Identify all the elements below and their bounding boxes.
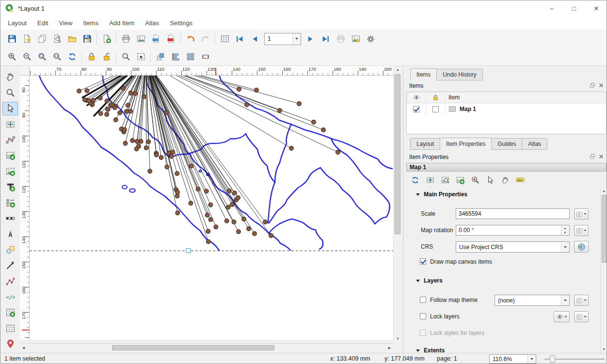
add-html-button[interactable] xyxy=(2,290,18,303)
align-items-button[interactable] xyxy=(168,50,183,64)
load-from-template-button[interactable] xyxy=(64,32,80,46)
last-feature-button[interactable] xyxy=(318,32,333,46)
zoom-actual-size-button[interactable] xyxy=(49,50,64,64)
menu-edit[interactable]: Edit xyxy=(32,17,53,29)
scroll-down-icon[interactable]: ▼ xyxy=(394,335,402,342)
section-layers[interactable]: Layers xyxy=(416,277,443,284)
export-atlas-button[interactable] xyxy=(348,32,363,46)
chevron-down-icon[interactable] xyxy=(561,242,569,252)
tab-items[interactable]: Items xyxy=(410,68,437,80)
horizontal-scrollbar[interactable]: ◀ ▶ xyxy=(20,343,393,351)
add-items-from-template-button[interactable] xyxy=(99,32,114,46)
properties-scrollbar[interactable]: ▲ ▼ xyxy=(600,187,607,353)
rotation-data-defined-button[interactable] xyxy=(574,225,589,236)
pan-tool-button[interactable] xyxy=(2,70,18,84)
maximize-button[interactable]: □ xyxy=(563,0,585,16)
print-atlas-button[interactable] xyxy=(333,32,348,46)
add-fixed-table-button[interactable] xyxy=(2,321,18,335)
lock-selected-items-button[interactable] xyxy=(84,50,99,64)
add-shape-button[interactable] xyxy=(2,243,18,256)
zoom-slider-handle[interactable] xyxy=(550,355,555,363)
duplicate-layout-button[interactable] xyxy=(34,32,49,46)
section-extents[interactable]: Extents xyxy=(416,347,445,353)
add-legend-button[interactable] xyxy=(2,196,18,209)
menu-layout[interactable]: Layout xyxy=(2,17,32,29)
select-all-items-button[interactable] xyxy=(133,50,148,64)
spin-up-icon[interactable]: ▲ xyxy=(561,226,569,230)
unlock-all-items-button[interactable] xyxy=(99,50,114,64)
items-list-row-map1[interactable]: Map 1 xyxy=(407,103,606,115)
chevron-down-icon[interactable] xyxy=(561,295,569,305)
scale-input[interactable]: 3465594 xyxy=(456,208,570,219)
redo-button[interactable] xyxy=(198,32,213,46)
map-theme-combo[interactable]: (none) xyxy=(495,295,570,306)
preview-atlas-button[interactable] xyxy=(217,32,232,46)
zoom-in-button[interactable] xyxy=(4,50,19,64)
section-main-properties[interactable]: Main Properties xyxy=(416,191,467,198)
zoom-to-map-extent-button[interactable] xyxy=(468,174,482,186)
vertical-scrollbar[interactable]: ▲ ▼ xyxy=(393,66,401,342)
export-image-button[interactable] xyxy=(133,32,148,46)
first-feature-button[interactable] xyxy=(232,32,247,46)
select-crs-button[interactable] xyxy=(574,241,589,253)
zoom-out-button[interactable] xyxy=(19,50,34,64)
previous-feature-button[interactable] xyxy=(247,32,262,46)
move-item-content-tool-button[interactable] xyxy=(2,117,18,131)
add-label-button[interactable] xyxy=(2,180,18,194)
scroll-left-icon[interactable]: ◀ xyxy=(20,344,27,351)
map1-lock-checkbox[interactable] xyxy=(432,106,439,112)
chevron-down-icon[interactable] xyxy=(292,33,301,45)
lock-layers-preview-button[interactable] xyxy=(554,311,570,322)
tab-atlas[interactable]: Atlas xyxy=(522,138,547,150)
undo-button[interactable] xyxy=(183,32,198,46)
atlas-settings-button[interactable] xyxy=(363,32,378,46)
chevron-down-icon[interactable] xyxy=(527,355,536,363)
scale-data-defined-button[interactable] xyxy=(574,208,589,220)
add-marker-button[interactable] xyxy=(2,337,18,351)
tab-guides[interactable]: Guides xyxy=(491,138,522,150)
select-move-item-tool-button[interactable] xyxy=(2,102,18,115)
add-attribute-table-button[interactable] xyxy=(2,306,18,319)
refresh-map-preview-button[interactable] xyxy=(408,174,422,186)
theme-data-defined-button[interactable] xyxy=(574,295,589,306)
tab-undo-history[interactable]: Undo History xyxy=(436,69,482,80)
items-panel-float-button[interactable] xyxy=(589,82,596,89)
zoom-tool-button[interactable] xyxy=(2,86,18,99)
tab-item-properties[interactable]: Item Properties xyxy=(440,138,492,150)
menu-atlas[interactable]: Atlas xyxy=(140,17,164,29)
save-as-template-button[interactable] xyxy=(80,32,95,46)
interactively-edit-extent-button[interactable] xyxy=(483,174,497,186)
spinner[interactable]: ▲▼ xyxy=(561,226,569,235)
resize-items-button[interactable] xyxy=(198,50,213,64)
lock-layers-checkbox[interactable] xyxy=(420,313,426,319)
map1-visibility-checkbox[interactable] xyxy=(413,106,419,112)
scroll-right-icon[interactable]: ▶ xyxy=(386,344,393,351)
menu-add-item[interactable]: Add Item xyxy=(104,17,140,29)
item-properties-close-button[interactable] xyxy=(598,153,605,160)
new-layout-button[interactable] xyxy=(19,32,34,46)
layout-page-viewport[interactable] xyxy=(30,76,393,340)
add-north-arrow-button[interactable] xyxy=(2,227,18,241)
set-canvas-extent-to-map-button[interactable] xyxy=(453,174,467,186)
print-button[interactable] xyxy=(118,32,133,46)
menu-view[interactable]: View xyxy=(53,17,78,29)
save-project-button[interactable] xyxy=(4,32,19,46)
spin-down-icon[interactable]: ▼ xyxy=(561,230,569,235)
set-map-extent-to-canvas-button[interactable] xyxy=(423,174,437,186)
view-extent-in-canvas-button[interactable] xyxy=(438,174,452,186)
add-picture-button[interactable] xyxy=(2,164,18,178)
horizontal-scroll-thumb[interactable] xyxy=(112,345,274,350)
items-panel-close-button[interactable] xyxy=(598,82,605,89)
add-arrow-button[interactable] xyxy=(2,259,18,272)
crs-combo[interactable]: Use Project CRS xyxy=(456,241,570,253)
menu-settings[interactable]: Settings xyxy=(164,17,198,29)
vertical-scroll-thumb[interactable] xyxy=(395,74,400,234)
add-node-item-button[interactable] xyxy=(2,274,18,288)
map-item[interactable] xyxy=(30,76,393,340)
move-map-content-button[interactable] xyxy=(498,174,512,186)
add-map-button[interactable] xyxy=(2,149,18,162)
close-button[interactable]: ✕ xyxy=(585,0,607,16)
properties-scroll-thumb[interactable] xyxy=(602,195,607,263)
scroll-up-icon[interactable]: ▲ xyxy=(394,66,402,73)
follow-map-theme-checkbox[interactable] xyxy=(420,297,426,303)
